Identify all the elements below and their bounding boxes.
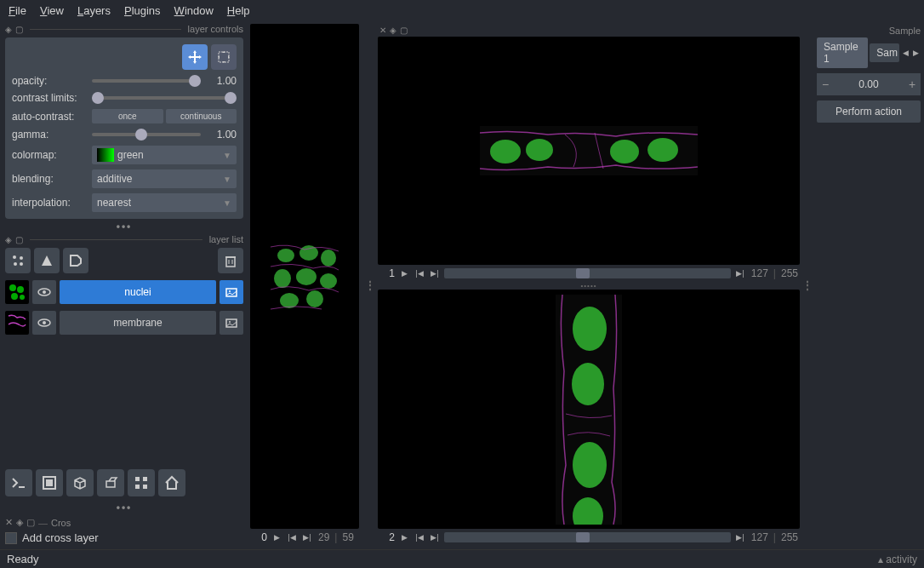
layer-name[interactable]: nuclei	[60, 280, 216, 304]
slice-axis-0-label: 0	[250, 531, 267, 543]
horizontal-resize-handle[interactable]: •••••	[378, 282, 800, 290]
prev-axis-1-button[interactable]: |◀	[414, 267, 425, 279]
next-axis-0-button[interactable]: ▶|	[301, 531, 313, 543]
detach-icon[interactable]: ◈	[5, 25, 12, 34]
svg-point-35	[280, 293, 299, 308]
play-axis-2-button[interactable]: ▶	[398, 531, 410, 543]
canvas-xy[interactable]	[378, 37, 800, 265]
menu-view[interactable]: ViewView	[40, 4, 64, 17]
detach-icon[interactable]: ◈	[16, 517, 23, 528]
svg-rect-26	[135, 485, 140, 489]
opacity-label: opacity:	[12, 75, 87, 87]
layer-name[interactable]: membrane	[60, 311, 216, 335]
activity-button[interactable]: ▴ activity	[878, 554, 917, 565]
vertical-resize-handle[interactable]: ⋮	[366, 24, 374, 546]
layer-visibility-toggle[interactable]	[32, 280, 56, 304]
next-axis-2-button[interactable]: ▶|	[429, 531, 441, 543]
colormap-label: colormap:	[12, 149, 87, 161]
close-icon[interactable]: ✕	[379, 26, 386, 35]
interpolation-dropdown[interactable]: nearest ▼	[92, 193, 237, 212]
add-cross-layer-label: Add cross layer	[22, 531, 99, 544]
pan-zoom-mode-button[interactable]	[182, 44, 208, 70]
next-axis-1-button[interactable]: ▶|	[429, 267, 441, 279]
spinner-decrement-button[interactable]: −	[817, 73, 834, 95]
layer-item-membrane[interactable]: membrane	[5, 309, 243, 336]
end-axis-2-button[interactable]: ▶|	[734, 531, 746, 543]
add-cross-layer-checkbox[interactable]	[5, 532, 17, 544]
ndisplay-2d-button[interactable]	[36, 469, 63, 496]
close-icon[interactable]: ✕	[5, 517, 13, 528]
contrast-label: contrast limits:	[12, 92, 87, 104]
float-icon[interactable]: ▢	[400, 26, 408, 35]
auto-contrast-once-button[interactable]: once	[92, 109, 163, 123]
cross-panel-header: ✕ ◈ ▢ ― Cros	[5, 515, 243, 530]
svg-point-44	[572, 363, 604, 405]
grid-button[interactable]	[128, 469, 155, 496]
tab-scroll-right-icon[interactable]: ▶	[911, 47, 921, 59]
layer-visibility-toggle[interactable]	[32, 311, 56, 335]
layer-item-nuclei[interactable]: nuclei	[5, 278, 243, 306]
close-icon[interactable]: ▢	[15, 25, 23, 34]
colormap-swatch	[97, 148, 114, 162]
prev-axis-0-button[interactable]: |◀	[286, 531, 298, 543]
new-labels-layer-button[interactable]	[63, 248, 88, 273]
layer-controls-header: ◈ ▢ layer controls	[5, 24, 243, 34]
vertical-resize-handle[interactable]: ⋮	[803, 24, 812, 546]
new-shapes-layer-button[interactable]	[34, 248, 60, 273]
home-button[interactable]	[158, 469, 185, 496]
resize-handle[interactable]: •••	[5, 219, 243, 234]
svg-point-16	[229, 290, 231, 292]
colormap-dropdown[interactable]: green ▼	[92, 146, 237, 164]
transform-mode-button[interactable]	[211, 44, 237, 70]
menu-layers[interactable]: LayersLayers	[77, 4, 111, 17]
new-points-layer-button[interactable]	[5, 248, 31, 273]
spinner-increment-button[interactable]: +	[904, 73, 921, 95]
svg-point-29	[277, 249, 294, 262]
svg-point-11	[11, 293, 18, 300]
delete-layer-button[interactable]	[218, 248, 243, 273]
float-icon[interactable]: ▢	[26, 517, 35, 528]
menu-help[interactable]: HelpHelp	[227, 4, 250, 17]
canvas-overview[interactable]	[250, 24, 359, 529]
end-axis-1-button[interactable]: ▶|	[734, 267, 746, 279]
layer-controls-panel: opacity: 1.00 contrast limits: auto-cont…	[5, 37, 243, 219]
svg-point-18	[43, 321, 46, 324]
tab-sample-2[interactable]: Sam	[870, 43, 899, 62]
detach-icon[interactable]: ◈	[390, 26, 396, 35]
spinner-value[interactable]: 0.00	[834, 78, 904, 90]
prev-axis-2-button[interactable]: |◀	[414, 531, 425, 543]
slice-axis-1-slider[interactable]	[444, 268, 731, 278]
console-button[interactable]	[5, 469, 32, 496]
slice-axis-2-max: 255	[779, 531, 800, 543]
value-spinner[interactable]: − 0.00 +	[817, 73, 921, 95]
svg-point-40	[610, 140, 639, 164]
canvas-controls: ✕ ◈ ▢	[378, 24, 800, 37]
tab-scroll-left-icon[interactable]: ◀	[901, 47, 910, 59]
perform-action-button[interactable]: Perform action	[817, 100, 921, 123]
svg-rect-25	[143, 477, 147, 481]
slice-axis-2-slider[interactable]	[444, 532, 731, 542]
ndisplay-3d-button[interactable]	[66, 469, 94, 496]
play-axis-0-button[interactable]: ▶	[271, 531, 282, 543]
svg-point-10	[17, 286, 24, 293]
contrast-slider[interactable]	[92, 96, 237, 100]
menu-file[interactable]: FFileile	[9, 4, 26, 17]
blending-dropdown[interactable]: additive ▼	[92, 169, 237, 188]
menubar: FFileile ViewView LayersLayers PluginsPl…	[0, 0, 924, 20]
roll-dims-button[interactable]	[97, 469, 124, 496]
opacity-slider[interactable]	[92, 79, 201, 83]
gamma-slider[interactable]	[92, 133, 201, 136]
svg-rect-22	[46, 479, 53, 486]
menu-plugins[interactable]: PluginsPlugins	[124, 4, 161, 17]
detach-icon[interactable]: ◈	[5, 235, 12, 244]
play-axis-1-button[interactable]: ▶	[398, 267, 410, 279]
close-icon[interactable]: ▢	[15, 235, 23, 244]
layer-list-header: ◈ ▢ layer list	[5, 234, 243, 244]
auto-contrast-continuous-button[interactable]: continuous	[166, 109, 237, 123]
svg-point-45	[573, 442, 607, 488]
resize-handle[interactable]: •••	[5, 500, 243, 515]
canvas-xz[interactable]	[378, 290, 800, 529]
tab-sample-1[interactable]: Sample 1	[817, 37, 868, 68]
chevron-down-icon: ▼	[223, 198, 231, 208]
menu-window[interactable]: WindowWindow	[174, 4, 214, 17]
